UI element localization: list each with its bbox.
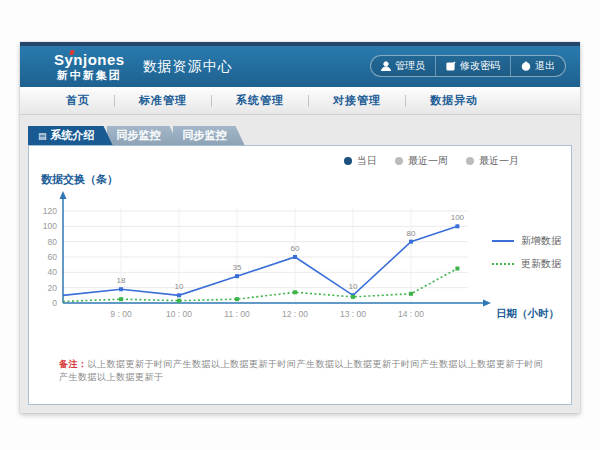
nav-item-system-mgmt[interactable]: 系统管理 [212, 93, 308, 108]
page-title: 数据资源中心 [143, 58, 233, 76]
svg-text:100: 100 [451, 213, 465, 222]
legend-label: 更新数据 [521, 257, 561, 271]
tab-label: 系统介绍 [51, 129, 95, 141]
svg-text:100: 100 [43, 221, 57, 231]
legend-label: 新增数据 [521, 234, 561, 248]
user-actions-group: 管理员 修改密码 退出 [370, 55, 566, 77]
user-icon [381, 61, 391, 71]
main-nav: 首页 标准管理 系统管理 对接管理 数据异动 [20, 87, 580, 115]
svg-text:10: 10 [349, 282, 358, 291]
tab-bar: ▤系统介绍 同步监控 同步监控 [28, 126, 239, 145]
radio-icon [466, 157, 474, 165]
svg-text:12 : 00: 12 : 00 [282, 309, 308, 319]
chart-legend: 新增数据 更新数据 [492, 234, 561, 271]
footnote-prefix: 备注： [59, 359, 88, 369]
tab-sync-monitor-1[interactable]: 同步监控 [107, 126, 179, 145]
svg-text:10 : 00: 10 : 00 [166, 309, 192, 319]
chart-card: 当日 最近一周 最近一月 数据交换（条） 0204060801001209 : … [28, 145, 572, 405]
nav-item-standard-mgmt[interactable]: 标准管理 [115, 93, 211, 108]
radio-icon [395, 157, 403, 165]
dotted-line-icon [492, 263, 514, 265]
legend-updated-data[interactable]: 更新数据 [492, 257, 561, 271]
logo: Synjones 新中新集团 [54, 52, 125, 81]
footnote: 备注：以上数据更新于时间产生数据以上数据更新于时间产生数据以上数据更新于时间产生… [59, 358, 551, 384]
time-range-filters: 当日 最近一周 最近一月 [344, 154, 519, 168]
svg-text:40: 40 [48, 267, 58, 277]
tab-label: 同步监控 [183, 129, 227, 141]
svg-text:60: 60 [291, 244, 300, 253]
filter-today[interactable]: 当日 [344, 154, 377, 168]
solid-line-icon [492, 240, 514, 242]
document-icon: ▤ [38, 131, 47, 141]
change-password-label: 修改密码 [460, 59, 500, 73]
edit-icon [446, 61, 456, 71]
filter-label: 最近一月 [479, 154, 519, 168]
filter-last-month[interactable]: 最近一月 [466, 154, 519, 168]
nav-item-data-change[interactable]: 数据异动 [406, 93, 502, 108]
footnote-text: 以上数据更新于时间产生数据以上数据更新于时间产生数据以上数据更新于时间产生数据以… [59, 359, 544, 382]
y-axis-title: 数据交换（条） [41, 172, 118, 187]
app-header: Synjones 新中新集团 数据资源中心 管理员 修改密码 [20, 46, 580, 87]
svg-text:80: 80 [407, 229, 416, 238]
filter-last-week[interactable]: 最近一周 [395, 154, 448, 168]
svg-text:120: 120 [43, 206, 57, 216]
radio-selected-icon [344, 157, 352, 165]
nav-item-interface-mgmt[interactable]: 对接管理 [309, 93, 405, 108]
content-area: ▤系统介绍 同步监控 同步监控 当日 最近一周 [20, 115, 580, 413]
logo-text-en: Synjones [54, 52, 125, 67]
filter-label: 最近一周 [408, 154, 448, 168]
svg-text:35: 35 [233, 263, 242, 272]
admin-user-label: 管理员 [395, 59, 425, 73]
svg-text:80: 80 [48, 237, 58, 247]
logout-button[interactable]: 退出 [510, 56, 565, 76]
filter-label: 当日 [357, 154, 377, 168]
svg-text:9 : 00: 9 : 00 [110, 309, 132, 319]
logo-text-cn: 新中新集团 [54, 70, 125, 81]
nav-item-home[interactable]: 首页 [42, 93, 114, 108]
legend-new-data[interactable]: 新增数据 [492, 234, 561, 248]
logout-label: 退出 [535, 59, 555, 73]
tab-label: 同步监控 [117, 129, 161, 141]
svg-text:60: 60 [48, 252, 58, 262]
svg-text:11 : 00: 11 : 00 [224, 309, 250, 319]
svg-text:10: 10 [175, 282, 184, 291]
app-window: Synjones 新中新集团 数据资源中心 管理员 修改密码 [20, 42, 580, 413]
tab-system-intro[interactable]: ▤系统介绍 [28, 126, 113, 145]
svg-text:日期（小时）: 日期（小时） [496, 307, 559, 320]
svg-text:0: 0 [52, 298, 57, 308]
svg-text:14 : 00: 14 : 00 [398, 309, 424, 319]
admin-user-button[interactable]: 管理员 [371, 56, 435, 76]
power-icon [521, 61, 531, 71]
svg-text:20: 20 [48, 283, 58, 293]
change-password-button[interactable]: 修改密码 [435, 56, 510, 76]
page: Synjones 新中新集团 数据资源中心 管理员 修改密码 [0, 0, 600, 450]
svg-text:18: 18 [117, 276, 126, 285]
svg-text:13 : 00: 13 : 00 [340, 309, 366, 319]
tab-sync-monitor-2[interactable]: 同步监控 [173, 126, 245, 145]
